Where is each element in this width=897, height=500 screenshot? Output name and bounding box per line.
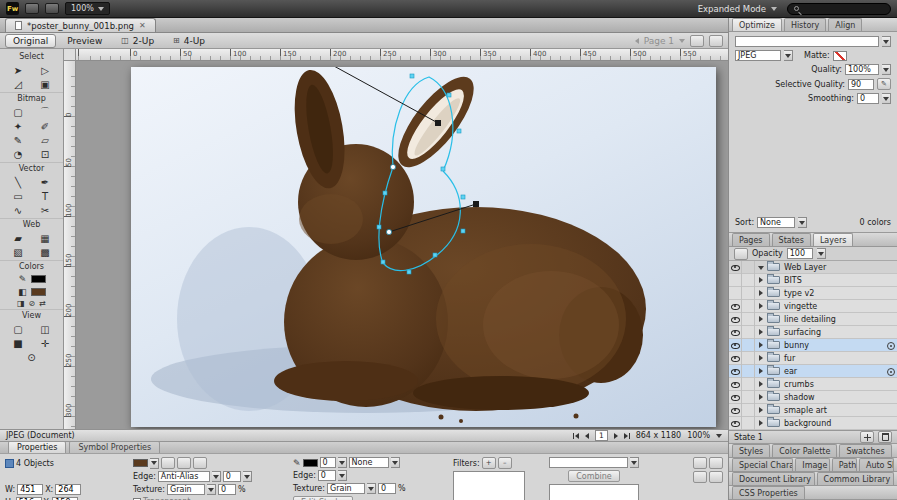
layer-target-badge[interactable]: [885, 365, 897, 378]
ruler-origin-box[interactable]: [64, 49, 76, 61]
fill-option-button-2[interactable]: [177, 457, 191, 469]
width-field[interactable]: [20, 485, 40, 494]
fill-color-chip[interactable]: [133, 459, 148, 467]
layer-disclosure-icon[interactable]: [757, 287, 766, 300]
subselection-tool[interactable]: ▷: [37, 63, 54, 77]
no-color-icon[interactable]: ⊘: [29, 299, 36, 308]
fill-texture-amount[interactable]: 0: [218, 484, 236, 495]
layer-row[interactable]: fur: [729, 352, 897, 365]
canvas-image[interactable]: [131, 67, 716, 427]
chevron-down-icon[interactable]: [630, 457, 639, 468]
tab-history[interactable]: History: [784, 18, 826, 31]
current-state-box[interactable]: 1: [595, 430, 608, 441]
text-tool[interactable]: T: [37, 189, 54, 203]
edit-stroke-button[interactable]: Edit Stroke: [293, 496, 353, 500]
collapsed-panel-tab[interactable]: Styles: [732, 444, 770, 457]
selective-quality-edit-button[interactable]: ✎: [877, 78, 891, 90]
layer-visibility-toggle[interactable]: [729, 274, 742, 287]
tab-4up[interactable]: ⊞ 4-Up: [165, 34, 213, 48]
layer-target-badge[interactable]: [885, 261, 897, 274]
fill-color-well[interactable]: [31, 288, 46, 296]
chevron-down-icon[interactable]: [784, 50, 793, 61]
eraser-tool[interactable]: ▱: [37, 133, 54, 147]
stroke-edge-amount[interactable]: 0: [318, 470, 336, 481]
layer-visibility-toggle[interactable]: [729, 365, 742, 378]
panel-option-button-3[interactable]: [693, 471, 707, 483]
collapsed-panel-tab[interactable]: Auto Shi: [859, 458, 894, 471]
collapsed-panel-tab[interactable]: Swatches: [839, 444, 891, 457]
layer-row[interactable]: smaple art: [729, 404, 897, 417]
default-colors-icon[interactable]: ◨: [17, 299, 25, 308]
layer-lock-cell[interactable]: [742, 313, 755, 326]
fill-options-dropdown[interactable]: [150, 458, 159, 469]
canvas-viewport[interactable]: [76, 61, 728, 429]
layer-name[interactable]: Web Layer: [783, 263, 885, 272]
zoom-level-dropdown[interactable]: 100%: [65, 2, 110, 15]
saved-settings-dropdown[interactable]: [735, 36, 879, 47]
selective-quality-value[interactable]: 90: [848, 79, 874, 90]
opacity-value[interactable]: 100: [787, 248, 813, 259]
rectangle-hotspot-tool[interactable]: ▰: [10, 231, 27, 245]
layer-target-badge[interactable]: [885, 378, 897, 391]
layer-target-badge[interactable]: [885, 287, 897, 300]
fill-edge-amount[interactable]: 0: [223, 471, 241, 482]
knife-tool[interactable]: ✂: [37, 203, 54, 217]
layer-row[interactable]: surfacing: [729, 326, 897, 339]
layer-row[interactable]: line detailing: [729, 313, 897, 326]
layer-visibility-toggle[interactable]: [729, 417, 742, 430]
layer-name[interactable]: BITS: [783, 276, 885, 285]
layer-visibility-toggle[interactable]: [729, 261, 742, 274]
layer-row[interactable]: BITS: [729, 274, 897, 287]
combine-button[interactable]: Combine: [568, 470, 620, 482]
first-state-icon[interactable]: [573, 433, 579, 439]
panel-option-button-1[interactable]: [693, 457, 707, 469]
layer-visibility-toggle[interactable]: [729, 339, 742, 352]
pointer-tool[interactable]: ➤: [10, 63, 27, 77]
layer-lock-cell[interactable]: [742, 365, 755, 378]
chevron-down-icon[interactable]: [798, 217, 807, 228]
stroke-tip-size[interactable]: 0: [320, 457, 336, 468]
layer-disclosure-icon[interactable]: [757, 352, 766, 365]
stroke-texture-dropdown[interactable]: Grain: [327, 483, 365, 494]
layer-target-badge[interactable]: [885, 352, 897, 365]
layer-row[interactable]: crumbs: [729, 378, 897, 391]
layer-row[interactable]: ear: [729, 365, 897, 378]
layer-visibility-toggle[interactable]: [729, 378, 742, 391]
add-filter-button[interactable]: +: [482, 457, 496, 469]
layer-name[interactable]: bunny: [783, 341, 885, 350]
layer-disclosure-icon[interactable]: [757, 261, 766, 274]
collapsed-panel-tab[interactable]: Common Library: [817, 472, 894, 485]
page-selector[interactable]: Page 1: [644, 36, 674, 46]
statusbar-zoom[interactable]: 100%: [687, 431, 710, 440]
chevron-down-icon[interactable]: [391, 457, 400, 468]
tab-pages[interactable]: Pages: [732, 233, 770, 246]
chevron-down-icon[interactable]: [882, 93, 891, 104]
horizontal-ruler[interactable]: 050100150200250300350400450500550: [76, 49, 728, 61]
pen-tool[interactable]: ✒: [37, 175, 54, 189]
marquee-tool[interactable]: ▢: [10, 105, 27, 119]
blur-tool[interactable]: ◔: [10, 147, 27, 161]
pencil-tool[interactable]: ✎: [10, 133, 27, 147]
layer-row[interactable]: vingette: [729, 300, 897, 313]
fill-option-button-1[interactable]: [161, 457, 175, 469]
chevron-down-icon[interactable]: [212, 471, 221, 482]
blend-mode-icon[interactable]: [734, 248, 748, 260]
layer-disclosure-icon[interactable]: [757, 313, 766, 326]
scale-tool[interactable]: ◿: [10, 77, 27, 91]
layer-name[interactable]: crumbs: [783, 380, 885, 389]
menubar-tool-icon-2[interactable]: [45, 3, 59, 14]
layer-disclosure-icon[interactable]: [757, 274, 766, 287]
layer-target-badge[interactable]: [885, 404, 897, 417]
layer-row[interactable]: bunny: [729, 339, 897, 352]
collapsed-panel-tab[interactable]: Path: [832, 458, 857, 471]
layer-disclosure-icon[interactable]: [757, 391, 766, 404]
page-option-button-2[interactable]: [709, 35, 723, 47]
next-state-icon[interactable]: [614, 433, 618, 439]
close-icon[interactable]: ✕: [139, 21, 146, 30]
stroke-color-well[interactable]: [31, 275, 46, 283]
layer-disclosure-icon[interactable]: [757, 365, 766, 378]
chevron-down-icon[interactable]: [243, 471, 252, 482]
layer-target-badge[interactable]: [885, 313, 897, 326]
layer-disclosure-icon[interactable]: [757, 378, 766, 391]
tab-states[interactable]: States: [772, 233, 811, 246]
